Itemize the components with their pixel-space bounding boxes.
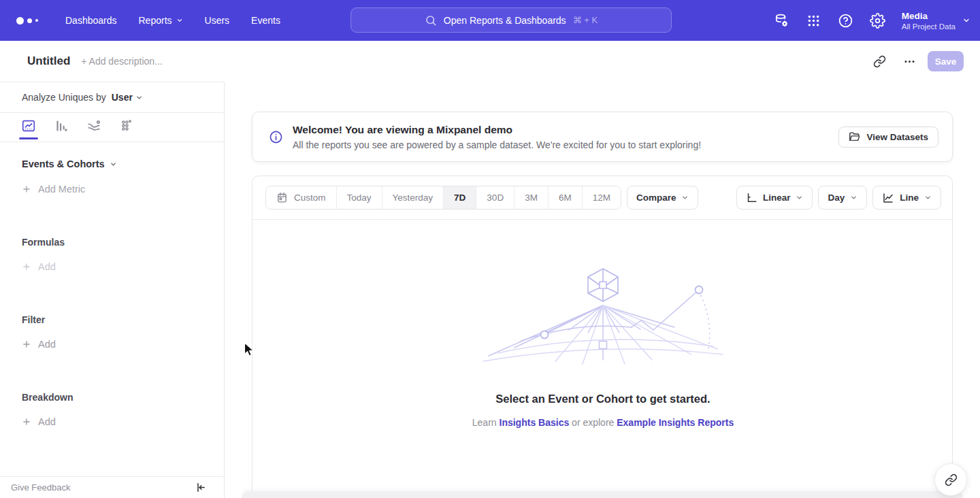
mixpanel-logo-icon[interactable]	[16, 17, 39, 24]
folder-icon	[849, 131, 860, 143]
database-gear-icon	[774, 13, 789, 29]
share-link-fab[interactable]	[934, 463, 967, 496]
view-datasets-button[interactable]: View Datasets	[838, 127, 938, 148]
date-range-today[interactable]: Today	[337, 186, 382, 209]
formulas-section-label: Formulas	[0, 218, 224, 248]
tab-metrics-grid[interactable]	[118, 118, 135, 141]
add-label: Add	[38, 416, 56, 427]
banner-title: Welcome! You are viewing a Mixpanel demo	[293, 122, 701, 137]
nav-item-reports[interactable]: Reports	[128, 10, 194, 31]
nav-item-dashboards[interactable]: Dashboards	[54, 10, 128, 31]
chevron-down-icon	[796, 194, 803, 201]
add-metric-label: Add Metric	[38, 184, 85, 195]
learn-prefix: Learn	[472, 417, 497, 428]
events-cohorts-section[interactable]: Events & Cohorts	[0, 142, 224, 169]
data-management-button[interactable]	[768, 7, 796, 34]
chevron-down-icon	[135, 94, 143, 101]
date-range-control: Custom Today Yesterday 7D 30D 3M 6M 12M	[265, 186, 621, 210]
give-feedback-link[interactable]: Give Feedback	[11, 482, 70, 493]
date-range-30d[interactable]: 30D	[476, 186, 514, 209]
chevron-down-icon	[176, 17, 183, 24]
add-filter-button[interactable]: Add	[0, 325, 224, 350]
plus-icon	[22, 339, 31, 349]
date-range-12m[interactable]: 12M	[583, 186, 621, 209]
copy-link-button[interactable]	[868, 50, 891, 72]
project-selector[interactable]: Media All Project Data	[902, 10, 970, 31]
date-range-custom[interactable]: Custom	[266, 186, 337, 209]
save-button[interactable]: Save	[928, 51, 964, 71]
date-range-label: 6M	[559, 193, 572, 203]
chevron-down-icon	[962, 16, 970, 24]
empty-state-title: Select an Event or Cohort to get started…	[252, 393, 953, 405]
top-nav: Dashboards Reports Users Events Open Rep…	[0, 0, 980, 41]
sidebar-footer: Give Feedback	[0, 476, 224, 498]
gear-icon	[870, 13, 885, 29]
interval-label: Day	[828, 193, 845, 203]
view-datasets-label: View Datasets	[866, 132, 928, 142]
add-formula-button[interactable]: Add	[0, 248, 224, 272]
help-icon	[838, 13, 853, 29]
tab-flows-chart[interactable]	[86, 118, 102, 141]
plus-icon	[22, 184, 31, 194]
global-search-input[interactable]: Open Reports & Dashboards ⌘ + K	[350, 7, 672, 33]
chevron-down-icon	[681, 194, 689, 201]
empty-state-illustration	[474, 265, 732, 368]
tab-bar-chart[interactable]	[53, 118, 69, 141]
nav-item-users[interactable]: Users	[194, 10, 241, 31]
add-metric-button[interactable]: Add Metric	[0, 169, 224, 195]
search-shortcut: ⌘ + K	[573, 15, 598, 25]
add-breakdown-button[interactable]: Add	[0, 403, 224, 427]
chart-type-tabs	[0, 113, 224, 142]
report-header: Untitled + Add description... Save	[0, 41, 980, 82]
compare-dropdown[interactable]: Compare	[627, 186, 699, 210]
chart-controls: Custom Today Yesterday 7D 30D 3M 6M 12M …	[252, 176, 952, 220]
help-button[interactable]	[832, 7, 860, 34]
events-cohorts-label: Events & Cohorts	[22, 159, 105, 169]
line-chart-tab-icon	[21, 118, 36, 133]
date-range-label: 12M	[593, 193, 610, 203]
plus-icon	[22, 262, 31, 271]
search-icon	[425, 14, 437, 27]
date-range-3m[interactable]: 3M	[514, 186, 549, 209]
date-range-7d[interactable]: 7D	[444, 186, 476, 209]
breakdown-section-label: Breakdown	[0, 373, 224, 403]
bar-chart-tab-icon	[54, 118, 69, 133]
date-range-label: Custom	[294, 193, 326, 203]
project-scope: All Project Data	[902, 22, 956, 31]
date-range-label: Yesterday	[393, 193, 434, 203]
example-reports-link[interactable]: Example Insights Reports	[617, 417, 734, 428]
chevron-down-icon	[110, 161, 117, 168]
scale-dropdown[interactable]: Linear	[736, 186, 813, 210]
query-builder-sidebar: Analyze Uniques by User	[0, 82, 225, 498]
banner-subtitle: All the reports you see are powered by a…	[293, 138, 701, 152]
date-range-label: 3M	[525, 193, 538, 203]
line-chart-icon	[882, 192, 894, 204]
interval-dropdown[interactable]: Day	[818, 186, 867, 210]
add-label: Add	[38, 261, 56, 272]
date-range-6m[interactable]: 6M	[549, 186, 583, 209]
date-range-yesterday[interactable]: Yesterday	[382, 186, 444, 209]
more-options-button[interactable]	[898, 50, 921, 72]
nav-item-events[interactable]: Events	[240, 10, 291, 31]
insights-basics-link[interactable]: Insights Basics	[500, 417, 570, 428]
collapse-sidebar-button[interactable]	[195, 482, 206, 493]
insights-chart-card: Custom Today Yesterday 7D 30D 3M 6M 12M …	[252, 176, 953, 498]
report-title[interactable]: Untitled	[27, 54, 70, 68]
collapse-left-icon	[195, 482, 206, 493]
plus-icon	[22, 417, 31, 427]
settings-button[interactable]	[864, 7, 892, 34]
apps-grid-button[interactable]	[800, 7, 828, 34]
scale-label: Linear	[763, 193, 791, 203]
report-description-input[interactable]: + Add description...	[81, 56, 162, 67]
chart-type-dropdown[interactable]: Line	[872, 186, 941, 210]
ellipsis-icon	[903, 55, 916, 68]
tab-line-chart[interactable]	[20, 118, 37, 141]
analyze-by-dropdown[interactable]: User	[112, 92, 143, 103]
apps-grid-icon	[806, 14, 821, 28]
bottom-panel-edge[interactable]	[242, 491, 963, 498]
filter-section-label: Filter	[0, 295, 224, 325]
nav-item-label: Reports	[139, 15, 172, 26]
nav-item-label: Dashboards	[65, 15, 117, 26]
analyze-by-label: Analyze Uniques by	[22, 92, 106, 103]
nav-item-label: Users	[205, 15, 230, 26]
